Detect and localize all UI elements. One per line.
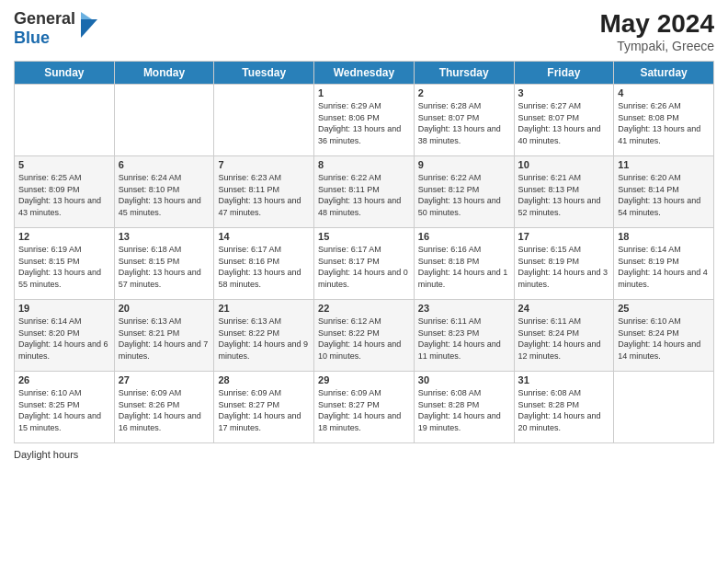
calendar-cell: 12Sunrise: 6:19 AMSunset: 8:15 PMDayligh… (15, 228, 115, 300)
calendar-cell: 3Sunrise: 6:27 AMSunset: 8:07 PMDaylight… (514, 85, 614, 156)
day-number: 3 (518, 87, 610, 98)
day-number: 30 (418, 374, 510, 385)
day-info: Sunrise: 6:08 AMSunset: 8:28 PMDaylight:… (418, 387, 510, 433)
day-number: 21 (218, 303, 310, 314)
day-info: Sunrise: 6:23 AMSunset: 8:11 PMDaylight:… (218, 172, 310, 218)
logo-general: General (14, 9, 75, 28)
day-number: 9 (418, 159, 510, 170)
calendar-week-row: 5Sunrise: 6:25 AMSunset: 8:09 PMDaylight… (15, 156, 714, 228)
calendar-cell: 21Sunrise: 6:13 AMSunset: 8:22 PMDayligh… (214, 300, 314, 372)
day-number: 8 (318, 159, 410, 170)
day-number: 14 (218, 231, 310, 242)
day-info: Sunrise: 6:10 AMSunset: 8:25 PMDaylight:… (18, 387, 110, 433)
day-number: 20 (119, 303, 210, 314)
day-info: Sunrise: 6:14 AMSunset: 8:19 PMDaylight:… (618, 244, 710, 290)
day-number: 27 (119, 374, 210, 385)
day-info: Sunrise: 6:17 AMSunset: 8:17 PMDaylight:… (318, 244, 410, 290)
day-number: 12 (18, 231, 110, 242)
logo: General Blue (14, 9, 97, 48)
day-info: Sunrise: 6:16 AMSunset: 8:18 PMDaylight:… (418, 244, 510, 290)
calendar-cell: 27Sunrise: 6:09 AMSunset: 8:26 PMDayligh… (114, 372, 214, 443)
day-info: Sunrise: 6:12 AMSunset: 8:22 PMDaylight:… (318, 316, 410, 362)
day-number: 22 (318, 303, 410, 314)
calendar-cell: 10Sunrise: 6:21 AMSunset: 8:13 PMDayligh… (514, 156, 614, 228)
calendar-cell: 5Sunrise: 6:25 AMSunset: 8:09 PMDaylight… (15, 156, 115, 228)
calendar-cell (114, 85, 214, 156)
day-number: 18 (618, 231, 710, 242)
day-info: Sunrise: 6:22 AMSunset: 8:11 PMDaylight:… (318, 172, 410, 218)
day-info: Sunrise: 6:25 AMSunset: 8:09 PMDaylight:… (18, 172, 110, 218)
location: Tympaki, Greece (599, 39, 714, 53)
logo-block: General Blue (14, 9, 97, 48)
day-info: Sunrise: 6:21 AMSunset: 8:13 PMDaylight:… (518, 172, 610, 218)
calendar-cell: 14Sunrise: 6:17 AMSunset: 8:16 PMDayligh… (214, 228, 314, 300)
calendar-week-row: 1Sunrise: 6:29 AMSunset: 8:06 PMDaylight… (15, 85, 714, 156)
logo-text: General Blue (14, 9, 75, 48)
day-number: 26 (18, 374, 110, 385)
calendar-cell: 11Sunrise: 6:20 AMSunset: 8:14 PMDayligh… (614, 156, 714, 228)
day-info: Sunrise: 6:11 AMSunset: 8:24 PMDaylight:… (518, 316, 610, 362)
day-info: Sunrise: 6:24 AMSunset: 8:10 PMDaylight:… (119, 172, 210, 218)
calendar-cell: 26Sunrise: 6:10 AMSunset: 8:25 PMDayligh… (15, 372, 115, 443)
day-number: 10 (518, 159, 610, 170)
day-number: 5 (18, 159, 110, 170)
day-info: Sunrise: 6:28 AMSunset: 8:07 PMDaylight:… (418, 100, 510, 146)
day-info: Sunrise: 6:20 AMSunset: 8:14 PMDaylight:… (618, 172, 710, 218)
calendar-cell (614, 372, 714, 443)
calendar-cell: 31Sunrise: 6:08 AMSunset: 8:28 PMDayligh… (514, 372, 614, 443)
day-info: Sunrise: 6:09 AMSunset: 8:27 PMDaylight:… (218, 387, 310, 433)
calendar-cell: 29Sunrise: 6:09 AMSunset: 8:27 PMDayligh… (314, 372, 415, 443)
calendar-header-tuesday: Tuesday (214, 62, 314, 85)
calendar-cell: 8Sunrise: 6:22 AMSunset: 8:11 PMDaylight… (314, 156, 415, 228)
day-info: Sunrise: 6:11 AMSunset: 8:23 PMDaylight:… (418, 316, 510, 362)
calendar-cell: 18Sunrise: 6:14 AMSunset: 8:19 PMDayligh… (614, 228, 714, 300)
calendar-cell: 13Sunrise: 6:18 AMSunset: 8:15 PMDayligh… (114, 228, 214, 300)
header: General Blue May 2024 Tympaki, Greece (14, 9, 714, 53)
calendar-cell: 22Sunrise: 6:12 AMSunset: 8:22 PMDayligh… (314, 300, 415, 372)
calendar-cell: 9Sunrise: 6:22 AMSunset: 8:12 PMDaylight… (414, 156, 514, 228)
day-info: Sunrise: 6:29 AMSunset: 8:06 PMDaylight:… (318, 100, 410, 146)
day-number: 24 (518, 303, 610, 314)
svg-marker-0 (81, 19, 97, 38)
calendar-header-sunday: Sunday (15, 62, 115, 85)
day-number: 13 (119, 231, 210, 242)
day-info: Sunrise: 6:27 AMSunset: 8:07 PMDaylight:… (518, 100, 610, 146)
calendar-cell: 6Sunrise: 6:24 AMSunset: 8:10 PMDaylight… (114, 156, 214, 228)
day-number: 16 (418, 231, 510, 242)
day-number: 29 (318, 374, 410, 385)
calendar-header-saturday: Saturday (614, 62, 714, 85)
calendar-header-row: SundayMondayTuesdayWednesdayThursdayFrid… (15, 62, 714, 85)
calendar-header-wednesday: Wednesday (314, 62, 415, 85)
day-number: 25 (618, 303, 710, 314)
calendar-week-row: 26Sunrise: 6:10 AMSunset: 8:25 PMDayligh… (15, 372, 714, 443)
day-info: Sunrise: 6:09 AMSunset: 8:27 PMDaylight:… (318, 387, 410, 433)
day-info: Sunrise: 6:26 AMSunset: 8:08 PMDaylight:… (618, 100, 710, 146)
calendar-cell (214, 85, 314, 156)
daylight-hours-label: Daylight hours (14, 449, 78, 460)
calendar-week-row: 12Sunrise: 6:19 AMSunset: 8:15 PMDayligh… (15, 228, 714, 300)
calendar-table: SundayMondayTuesdayWednesdayThursdayFrid… (14, 61, 714, 443)
calendar-cell (15, 85, 115, 156)
day-number: 19 (18, 303, 110, 314)
footer: Daylight hours (14, 449, 714, 460)
day-number: 6 (119, 159, 210, 170)
day-info: Sunrise: 6:15 AMSunset: 8:19 PMDaylight:… (518, 244, 610, 290)
calendar-cell: 28Sunrise: 6:09 AMSunset: 8:27 PMDayligh… (214, 372, 314, 443)
calendar-header-thursday: Thursday (414, 62, 514, 85)
day-info: Sunrise: 6:18 AMSunset: 8:15 PMDaylight:… (119, 244, 210, 290)
calendar-cell: 30Sunrise: 6:08 AMSunset: 8:28 PMDayligh… (414, 372, 514, 443)
day-number: 2 (418, 87, 510, 98)
calendar-cell: 25Sunrise: 6:10 AMSunset: 8:24 PMDayligh… (614, 300, 714, 372)
day-info: Sunrise: 6:17 AMSunset: 8:16 PMDaylight:… (218, 244, 310, 290)
day-number: 1 (318, 87, 410, 98)
day-info: Sunrise: 6:19 AMSunset: 8:15 PMDaylight:… (18, 244, 110, 290)
calendar-cell: 7Sunrise: 6:23 AMSunset: 8:11 PMDaylight… (214, 156, 314, 228)
day-number: 11 (618, 159, 710, 170)
calendar-header-monday: Monday (114, 62, 214, 85)
day-number: 23 (418, 303, 510, 314)
calendar-cell: 24Sunrise: 6:11 AMSunset: 8:24 PMDayligh… (514, 300, 614, 372)
day-info: Sunrise: 6:13 AMSunset: 8:22 PMDaylight:… (218, 316, 310, 362)
calendar-cell: 4Sunrise: 6:26 AMSunset: 8:08 PMDaylight… (614, 85, 714, 156)
logo-icon (77, 12, 97, 38)
day-info: Sunrise: 6:22 AMSunset: 8:12 PMDaylight:… (418, 172, 510, 218)
